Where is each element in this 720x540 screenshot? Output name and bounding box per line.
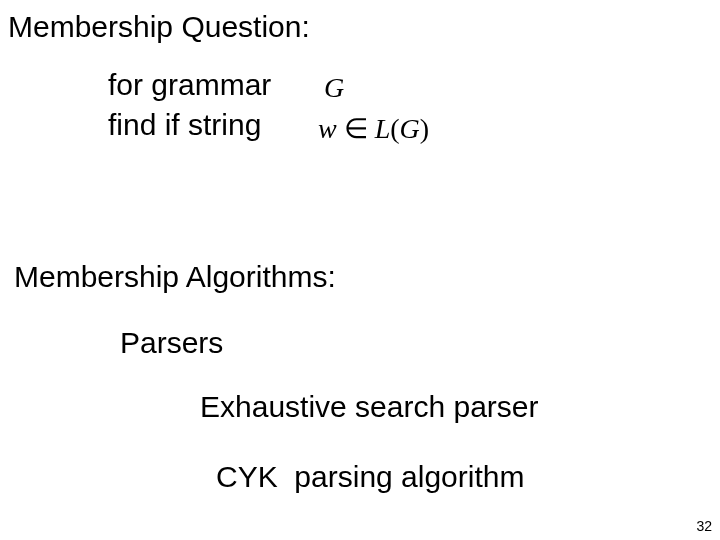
math-symbol-L: L [375, 113, 391, 144]
text-find-if-string: find if string [108, 108, 261, 142]
math-symbol-w: w [318, 113, 337, 144]
math-symbol-in: ∈ [344, 113, 368, 144]
slide: Membership Question: for grammar find if… [0, 0, 720, 540]
math-symbol-G2: G [400, 113, 420, 144]
math-symbol-close-paren: ) [420, 113, 429, 144]
heading-membership-algorithms: Membership Algorithms: [14, 260, 336, 294]
math-symbol-G: G [324, 72, 344, 104]
text-exhaustive-search-parser: Exhaustive search parser [200, 390, 539, 424]
math-expr-w-in-LG: w ∈ L(G) [318, 112, 429, 145]
math-symbol-open-paren: ( [390, 113, 399, 144]
text-parsers: Parsers [120, 326, 223, 360]
text-for-grammar: for grammar [108, 68, 271, 102]
page-number: 32 [696, 518, 712, 534]
heading-membership-question: Membership Question: [8, 10, 310, 44]
text-cyk-parsing-algorithm: CYK parsing algorithm [216, 460, 524, 494]
